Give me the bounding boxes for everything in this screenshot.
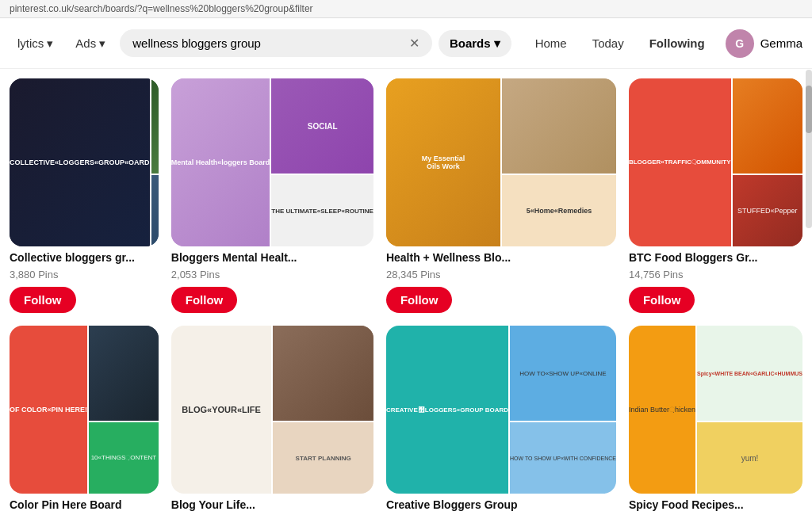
board-card-6[interactable]: Blog Your Life... 8,430 Pins Follow — [171, 326, 373, 514]
board-image-main-7 — [386, 326, 508, 494]
board-image-br-5 — [89, 422, 159, 494]
board-image-tr-2 — [271, 78, 373, 174]
board-card-2[interactable]: Bloggers Mental Healt... 2,053 Pins Foll… — [171, 78, 373, 313]
search-bar: ✕ — [120, 29, 432, 57]
board-images-5 — [10, 326, 159, 494]
board-image-tr-1 — [151, 78, 159, 174]
board-card-7[interactable]: Creative Bloggers Group 12,670 Pins Foll… — [386, 326, 616, 514]
board-card-4[interactable]: BTC Food Bloggers Gr... 14,756 Pins Foll… — [629, 78, 802, 313]
board-image-tr-6 — [273, 326, 373, 421]
board-card-3[interactable]: Health + Wellness Blo... 28,345 Pins Fol… — [386, 78, 616, 313]
board-image-main-5 — [10, 326, 87, 494]
board-image-main-3 — [386, 78, 500, 246]
boards-label: Boards — [450, 36, 491, 50]
topbar: lytics ▾ Ads ▾ ✕ Boards ▾ Home Today Fol… — [0, 18, 812, 69]
board-images-4 — [629, 78, 802, 246]
search-clear-button[interactable]: ✕ — [409, 36, 419, 51]
board-image-tr-3 — [502, 78, 616, 174]
board-card-8[interactable]: Spicy Food Recipes... 9,211 Pins Follow — [629, 326, 802, 514]
board-image-tr-4 — [733, 78, 802, 174]
nav-links: Home Today Following — [524, 30, 716, 56]
follow-button-1[interactable]: Follow — [10, 287, 76, 313]
board-title-1: Collective bloggers gr... — [10, 251, 159, 264]
board-title-7: Creative Bloggers Group — [386, 498, 616, 511]
board-image-br-2 — [271, 175, 373, 246]
avatar[interactable]: G — [726, 29, 754, 58]
board-title-3: Health + Wellness Blo... — [386, 251, 616, 264]
board-image-tr-8 — [697, 326, 802, 421]
board-images-7 — [386, 326, 616, 494]
board-image-tr-7 — [510, 326, 616, 421]
board-title-6: Blog Your Life... — [171, 498, 373, 511]
analytics-label: lytics — [17, 36, 44, 50]
board-card-5[interactable]: Color Pin Here Board 5,120 Pins Follow — [10, 326, 159, 514]
today-link[interactable]: Today — [581, 30, 635, 56]
board-title-5: Color Pin Here Board — [10, 498, 159, 511]
board-card-1[interactable]: Collective bloggers gr... 3,880 Pins Fol… — [10, 78, 159, 313]
board-images-6 — [171, 326, 373, 494]
board-image-br-6 — [273, 422, 373, 494]
following-link[interactable]: Following — [638, 30, 716, 56]
board-image-main-6 — [171, 326, 272, 494]
username[interactable]: Gemma — [760, 36, 802, 50]
board-images-3 — [386, 78, 616, 246]
board-image-tr-5 — [89, 326, 159, 421]
board-title-8: Spicy Food Recipes... — [629, 498, 802, 511]
url-bar: pinterest.co.uk/search/boards/?q=wellnes… — [0, 0, 812, 18]
board-image-br-1 — [151, 175, 159, 246]
board-title-2: Bloggers Mental Healt... — [171, 251, 373, 264]
board-pins-3: 28,345 Pins — [386, 269, 616, 280]
scrollbar[interactable] — [806, 70, 812, 228]
boards-filter-button[interactable]: Boards ▾ — [439, 30, 511, 57]
boards-grid: Collective bloggers gr... 3,880 Pins Fol… — [6, 78, 806, 514]
ads-chevron: ▾ — [99, 36, 105, 51]
analytics-chevron: ▾ — [47, 36, 53, 51]
board-image-main-4 — [629, 78, 731, 246]
search-input[interactable] — [132, 36, 403, 50]
board-image-main-2 — [171, 78, 270, 246]
board-title-4: BTC Food Bloggers Gr... — [629, 251, 802, 264]
board-image-br-3 — [502, 175, 616, 246]
follow-button-4[interactable]: Follow — [629, 287, 695, 313]
boards-chevron: ▾ — [494, 36, 500, 51]
avatar-initial: G — [735, 37, 744, 50]
ads-nav[interactable]: Ads ▾ — [67, 32, 113, 55]
main-content: Collective bloggers gr... 3,880 Pins Fol… — [0, 69, 812, 514]
board-pins-2: 2,053 Pins — [171, 269, 373, 280]
board-images-1 — [10, 78, 159, 246]
board-image-br-8 — [697, 422, 802, 494]
board-image-main-8 — [629, 326, 695, 494]
ads-label: Ads — [75, 36, 96, 50]
analytics-nav[interactable]: lytics ▾ — [10, 32, 61, 55]
scroll-thumb[interactable] — [806, 86, 812, 133]
board-image-br-4 — [733, 175, 802, 246]
board-pins-1: 3,880 Pins — [10, 269, 159, 280]
board-images-2 — [171, 78, 373, 246]
board-images-8 — [629, 326, 802, 494]
board-pins-4: 14,756 Pins — [629, 269, 802, 280]
url-text: pinterest.co.uk/search/boards/?q=wellnes… — [10, 3, 313, 14]
follow-button-2[interactable]: Follow — [171, 287, 238, 313]
home-link[interactable]: Home — [524, 30, 578, 56]
board-image-br-7 — [510, 422, 616, 494]
board-image-main-1 — [10, 78, 150, 246]
follow-button-3[interactable]: Follow — [386, 287, 453, 313]
